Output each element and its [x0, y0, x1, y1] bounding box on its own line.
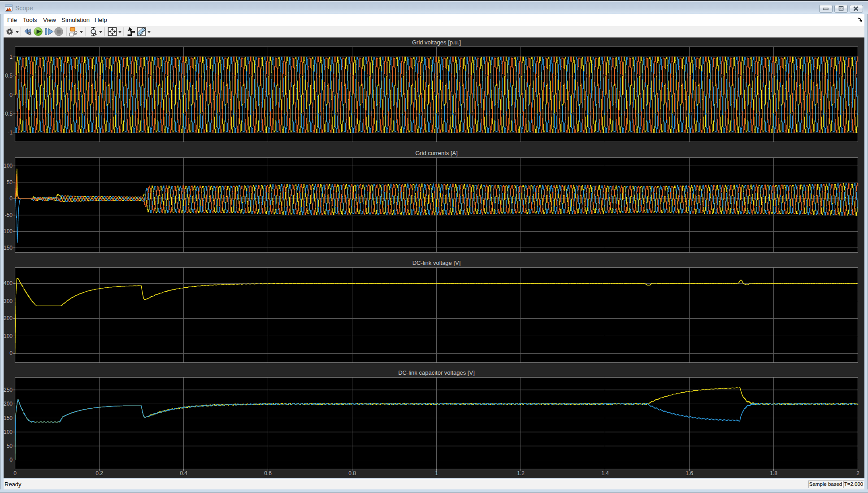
svg-text:50: 50	[7, 179, 13, 186]
svg-text:0.4: 0.4	[180, 470, 187, 476]
svg-text:2: 2	[856, 470, 859, 476]
svg-text:0: 0	[9, 350, 13, 356]
svg-text:-0.5: -0.5	[4, 111, 13, 117]
svg-text:200: 200	[4, 315, 13, 321]
svg-text:0: 0	[9, 457, 13, 463]
svg-text:-100: -100	[4, 228, 13, 234]
svg-text:0: 0	[9, 195, 13, 202]
svg-text:0: 0	[13, 470, 17, 476]
svg-text:-50: -50	[5, 212, 13, 218]
svg-text:-150: -150	[4, 245, 13, 251]
svg-text:DC-link voltage [V]: DC-link voltage [V]	[412, 259, 461, 266]
svg-text:0.6: 0.6	[264, 470, 272, 476]
svg-text:0: 0	[9, 92, 13, 98]
svg-text:150: 150	[4, 415, 13, 421]
svg-text:100: 100	[4, 429, 13, 435]
svg-text:0.5: 0.5	[5, 73, 13, 79]
svg-text:0.2: 0.2	[95, 470, 103, 476]
svg-text:300: 300	[4, 298, 13, 304]
svg-text:Grid currents [A]: Grid currents [A]	[415, 150, 458, 156]
svg-text:Grid voltages [p.u.]: Grid voltages [p.u.]	[412, 39, 461, 46]
svg-text:100: 100	[4, 163, 13, 169]
svg-text:50: 50	[7, 443, 13, 449]
svg-text:-1: -1	[8, 130, 13, 136]
svg-text:400: 400	[4, 280, 13, 286]
svg-text:0.8: 0.8	[348, 470, 356, 476]
svg-text:1.2: 1.2	[517, 470, 525, 476]
svg-text:100: 100	[4, 333, 13, 339]
svg-text:DC-link capacitor voltages [V]: DC-link capacitor voltages [V]	[398, 369, 475, 376]
svg-text:250: 250	[4, 387, 13, 393]
svg-text:200: 200	[4, 401, 13, 407]
svg-text:1: 1	[435, 470, 438, 476]
svg-text:1.6: 1.6	[686, 470, 693, 476]
svg-text:1.8: 1.8	[770, 470, 777, 476]
svg-text:1.4: 1.4	[601, 470, 609, 476]
svg-text:1: 1	[9, 54, 13, 60]
